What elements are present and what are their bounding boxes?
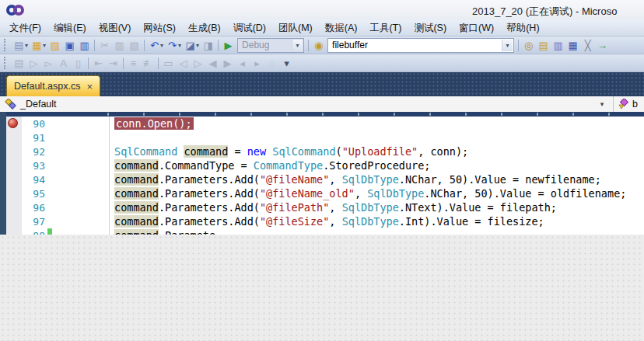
menu-item-test[interactable]: 测试(S) xyxy=(408,20,453,37)
next-bookmark-doc-icon: ▸ xyxy=(250,56,264,70)
navbar-separator xyxy=(613,96,614,112)
code-line-92[interactable]: SqlCommand command = new SqlCommand("Upl… xyxy=(114,144,468,158)
bookmarks-window-icon: ▭ xyxy=(161,56,176,70)
code-line-93[interactable]: command.CommandType = CommandType.Stored… xyxy=(114,158,430,172)
open-file-icon[interactable]: ▨ xyxy=(47,38,62,52)
code-line-94[interactable]: command.Parameters.Add("@fileName", SqlD… xyxy=(114,172,601,186)
menu-item-data[interactable]: 数据(A) xyxy=(319,20,364,37)
properties-pages-icon[interactable]: ▤ xyxy=(536,38,551,52)
find-combobox-value: filebuffer xyxy=(332,40,368,50)
menu-item-view[interactable]: 视图(V) xyxy=(93,20,138,37)
navigate-backward-icon-dropdown[interactable]: ▾ xyxy=(196,42,199,49)
save-icon[interactable]: ▣ xyxy=(62,38,77,52)
navigate-forward-icon[interactable]: ◨ xyxy=(201,38,215,52)
code-token: command xyxy=(114,201,159,214)
menu-item-tools[interactable]: 工具(T) xyxy=(363,20,408,37)
menu-item-help[interactable]: 帮助(H) xyxy=(500,20,545,37)
debug-config-dropdown-arrow[interactable]: ▾ xyxy=(292,40,303,51)
menu-item-file[interactable]: 文件(F) xyxy=(3,20,47,37)
code-line-96[interactable]: command.Parameters.Add("@filePath", SqlD… xyxy=(114,200,557,214)
code-token: "@fileName" xyxy=(260,173,329,186)
breakpoint-marker[interactable] xyxy=(8,118,18,128)
toolbar-grip[interactable] xyxy=(4,39,9,51)
comment-lines-icon: ≡ xyxy=(126,56,141,70)
method-dropdown[interactable]: b xyxy=(618,96,638,112)
breakpoint-margin[interactable] xyxy=(6,117,22,235)
code-token: SqlCommand xyxy=(272,145,335,158)
tab-close-icon[interactable]: × xyxy=(86,81,93,92)
debug-config-combobox[interactable]: Debug ▾ xyxy=(237,38,304,53)
parameter-info-icon: ▷ xyxy=(26,56,41,70)
vs-window: 2013_7_20 (正在调试) - Microso 文件(F)编辑(E)视图(… xyxy=(0,0,644,341)
method-dropdown-value: b xyxy=(632,99,638,110)
toolbar-separator xyxy=(308,40,309,51)
code-token: .Parameters.Add( xyxy=(159,201,260,214)
member-list-icon: ▤ xyxy=(12,56,26,70)
line-number: 92 xyxy=(22,146,45,158)
redo-icon-dropdown[interactable]: ▾ xyxy=(178,42,181,49)
code-token: SqlDbType xyxy=(367,187,424,200)
menu-item-website[interactable]: 网站(S) xyxy=(137,20,182,37)
vs-logo-icon xyxy=(5,4,26,16)
increase-indent-icon: ⇥ xyxy=(106,56,121,70)
line-number: 94 xyxy=(22,174,45,186)
toolbox-icon[interactable]: ╳ xyxy=(580,38,595,52)
class-icon xyxy=(4,99,16,110)
new-project-icon-dropdown[interactable]: ▾ xyxy=(25,42,28,49)
code-token: command xyxy=(114,173,159,186)
toolbar-overflow-icon[interactable]: ▾ xyxy=(279,56,294,70)
code-token: ( xyxy=(336,145,342,158)
toolbar-separator xyxy=(158,57,159,69)
code-line-90[interactable]: conn.Open(); xyxy=(114,117,194,130)
code-line-97[interactable]: command.Parameters.Add("@fileSize", SqlD… xyxy=(114,214,544,228)
start-debugging-icon[interactable]: ▶ xyxy=(221,38,236,52)
class-dropdown-arrow[interactable]: ▾ xyxy=(596,96,608,112)
extension-manager-icon[interactable]: → xyxy=(595,38,610,52)
undo-icon-dropdown[interactable]: ▾ xyxy=(160,42,163,49)
uncomment-lines-icon: ≢ xyxy=(141,56,156,70)
menu-item-window[interactable]: 窗口(W) xyxy=(453,20,500,37)
find-combobox[interactable]: filebuffer ▾ xyxy=(327,38,514,53)
code-token: .CommandType = xyxy=(159,159,254,172)
menu-item-debug[interactable]: 调试(D) xyxy=(227,20,272,37)
code-token: .Parameters.Add( xyxy=(159,215,260,228)
code-line-95[interactable]: command.Parameters.Add("@fileName_old", … xyxy=(114,186,626,200)
line-number: 90 xyxy=(22,118,45,130)
tab-default-aspx-cs[interactable]: Default.aspx.cs × xyxy=(6,75,100,96)
code-token: "Uploadfile" xyxy=(342,145,418,158)
gutter-separator xyxy=(109,117,110,235)
find-dropdown-arrow[interactable]: ▾ xyxy=(502,40,513,51)
code-token: "@filePath" xyxy=(260,201,329,214)
toggle-bookmark-icon: ▯ xyxy=(71,56,86,70)
add-new-item-icon-dropdown[interactable]: ▾ xyxy=(43,42,46,49)
menu-item-edit[interactable]: 编辑(E) xyxy=(47,20,93,37)
next-bookmark-icon: ▶ xyxy=(220,56,235,70)
menu-bar: 文件(F)编辑(E)视图(V)网站(S)生成(B)调试(D)团队(M)数据(A)… xyxy=(0,20,644,37)
line-number: 93 xyxy=(22,160,45,172)
code-token: .NChar, 50).Value = oldfilename; xyxy=(424,187,626,200)
toolbar-grip[interactable] xyxy=(4,57,9,69)
clear-bookmarks-icon: ◌ xyxy=(264,56,279,70)
code-token: , xyxy=(329,173,341,186)
code-token: conn.Open(); xyxy=(114,117,194,130)
code-token: .NText).Value = filepath; xyxy=(399,201,557,214)
menu-item-build[interactable]: 生成(B) xyxy=(182,20,227,37)
title-bar[interactable]: 2013_7_20 (正在调试) - Microso xyxy=(0,0,644,20)
prev-bookmark-doc-icon: ◂ xyxy=(235,56,250,70)
solution-explorer-icon[interactable]: ▥ xyxy=(551,38,565,52)
properties-window-icon[interactable]: ▦ xyxy=(565,38,580,52)
save-all-icon[interactable]: ▥ xyxy=(77,38,92,52)
menu-item-team[interactable]: 团队(M) xyxy=(272,20,319,37)
decrease-indent-icon: ⇤ xyxy=(91,56,106,70)
class-dropdown[interactable]: _Default xyxy=(4,96,57,112)
code-token: , xyxy=(329,201,341,214)
code-token: new xyxy=(247,145,266,158)
copy-icon: ▥ xyxy=(112,38,127,52)
line-number: 97 xyxy=(22,216,45,228)
code-token: command xyxy=(114,187,159,200)
find-in-files-icon[interactable]: ◎ xyxy=(521,38,536,52)
code-token: .Parameters.Add( xyxy=(159,173,260,186)
standard-toolbar: ▤▾▦▾▨▣▥✂▥▧↶▾↷▾◪▾◨▶ Debug ▾ ◉ filebuffer … xyxy=(0,37,644,54)
find-symbol-icon[interactable]: ◉ xyxy=(311,38,326,52)
toolbar-separator xyxy=(123,57,124,69)
